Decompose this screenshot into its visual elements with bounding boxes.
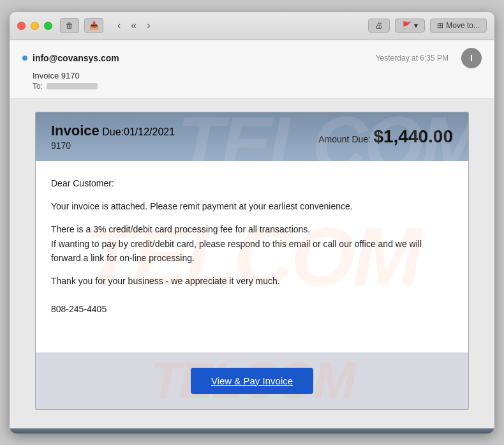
print-icon: 🖨 xyxy=(375,21,383,30)
invoice-greeting: Dear Customer: xyxy=(51,176,453,190)
sender-email: info@covansys.com xyxy=(33,53,119,63)
flag-chevron: ▾ xyxy=(414,21,418,30)
back-double-button[interactable]: « xyxy=(127,19,140,33)
invoice-body: TELCOM Dear Customer: Your invoice is at… xyxy=(36,161,468,352)
invoice-title-text: Invoice xyxy=(51,123,100,139)
avatar: I xyxy=(461,48,482,68)
flag-icon: 🚩 xyxy=(402,21,411,30)
email-to: To: xyxy=(22,82,482,91)
to-label: To: xyxy=(33,82,43,91)
amount-label: Amount Due: xyxy=(318,134,371,144)
email-bottom-bar xyxy=(10,428,494,434)
invoice-footer: TELCOM View & Pay Invoice xyxy=(36,352,468,409)
invoice-body-line3: Thank you for your business - we appreci… xyxy=(51,274,453,288)
trash-button[interactable]: 🗑 xyxy=(60,18,79,33)
nav-buttons: ‹ « › xyxy=(114,19,154,33)
recipient-redacted xyxy=(47,83,98,89)
moveto-button[interactable]: ⊞ Move to... xyxy=(430,19,487,33)
print-button[interactable]: 🖨 xyxy=(368,19,390,33)
sender-info: info@covansys.com xyxy=(22,53,119,63)
view-pay-invoice-button[interactable]: View & Pay Invoice xyxy=(191,368,313,394)
amount-value: $1,440.00 xyxy=(373,126,453,146)
traffic-lights xyxy=(17,22,52,30)
invoice-title-block: Invoice Due:01/12/2021 9170 xyxy=(51,123,175,151)
titlebar: 🗑 📥 ‹ « › 🖨 🚩 ▾ ⊞ Move to... xyxy=(10,12,494,40)
invoice-due-date: Due:01/12/2021 xyxy=(102,126,175,137)
moveto-label: Move to... xyxy=(446,21,480,30)
amount-due-block: Amount Due: $1,440.00 xyxy=(318,126,453,147)
toolbar-icons: 🗑 📥 xyxy=(60,18,103,33)
minimize-button[interactable] xyxy=(31,22,39,30)
email-header: info@covansys.com Yesterday at 6:35 PM I… xyxy=(10,40,494,99)
archive-button[interactable]: 📥 xyxy=(84,18,103,33)
email-subject: Invoice 9170 xyxy=(22,71,482,80)
invoice-number: 9170 xyxy=(51,140,175,151)
email-timestamp: Yesterday at 6:35 PM xyxy=(376,54,448,63)
email-from-row: info@covansys.com Yesterday at 6:35 PM I xyxy=(22,48,482,68)
invoice-title-line: Invoice Due:01/12/2021 xyxy=(51,123,175,139)
archive-icon: 📥 xyxy=(89,21,99,30)
titlebar-right: 🖨 🚩 ▾ ⊞ Move to... xyxy=(368,19,487,33)
mail-window: 🗑 📥 ‹ « › 🖨 🚩 ▾ ⊞ Move to... xyxy=(10,12,494,434)
moveto-icon: ⊞ xyxy=(437,21,443,30)
email-body[interactable]: TELCOM Invoice Due:01/12/2021 9170 Amoun… xyxy=(10,99,494,428)
flag-button[interactable]: 🚩 ▾ xyxy=(395,19,425,33)
invoice-body-line1: Your invoice is attached. Please remit p… xyxy=(51,199,453,213)
close-button[interactable] xyxy=(17,22,26,30)
maximize-button[interactable] xyxy=(44,22,52,30)
phone-number: 808-245-4405 xyxy=(51,304,453,314)
invoice-card: TELCOM Invoice Due:01/12/2021 9170 Amoun… xyxy=(35,112,469,410)
invoice-body-line2: There is a 3% credit/debit card processi… xyxy=(51,222,453,265)
unread-indicator xyxy=(22,56,27,61)
back-button[interactable]: ‹ xyxy=(114,19,124,33)
invoice-header: TELCOM Invoice Due:01/12/2021 9170 Amoun… xyxy=(36,112,468,161)
trash-icon: 🗑 xyxy=(66,21,73,30)
forward-button[interactable]: › xyxy=(143,19,154,33)
